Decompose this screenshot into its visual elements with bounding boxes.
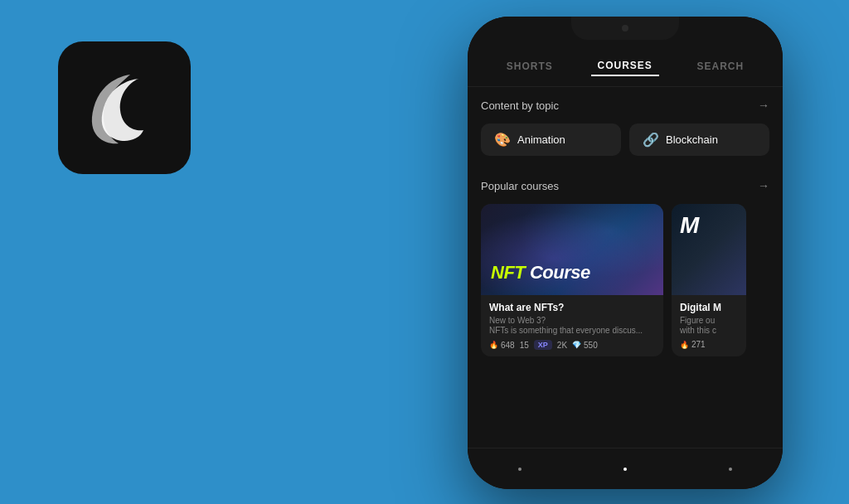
nft-course-desc1: New to Web 3? [489, 316, 655, 325]
diamond-icon: 💎 [572, 341, 581, 349]
nft-word: NFT [491, 262, 525, 283]
popular-courses-section: Popular courses → NFT Course [468, 167, 783, 365]
nav-tabs: SHORTS COURSES SEARCH [468, 50, 783, 87]
nft-course-thumbnail: NFT Course [481, 204, 663, 295]
nft-course-stats: 🔥 648 15 XP 2K [489, 340, 655, 350]
nft-stat-diamond: 💎 550 [572, 341, 598, 350]
nft-stat-xp-value: 2K [557, 341, 567, 350]
bottom-nav-profile[interactable] [729, 468, 732, 471]
screen-content: Content by topic → 🎨 Animation 🔗 Blockch… [468, 87, 783, 448]
popular-courses-header: Popular courses → [468, 167, 783, 201]
courses-row: NFT Course What are NFTs? New to Web 3? … [468, 201, 783, 365]
nft-xp-badge: XP [534, 340, 552, 350]
tab-courses[interactable]: COURSES [591, 56, 659, 76]
bottom-nav-courses-dot [623, 468, 627, 471]
second-stat-fire: 🔥 271 [680, 340, 706, 349]
app-icon [58, 41, 191, 174]
tab-shorts[interactable]: SHORTS [500, 57, 560, 75]
content-by-topic-header: Content by topic → [468, 87, 783, 120]
bottom-nav-profile-dot [729, 468, 732, 471]
second-course-thumbnail: M [672, 204, 746, 295]
bottom-nav-courses[interactable] [623, 468, 627, 471]
nft-stat-plain: 15 [520, 341, 529, 350]
second-course-card[interactable]: M Digital M Figure ou with this c 🔥 271 [672, 204, 746, 356]
second-course-desc1: Figure ou [680, 316, 738, 325]
nft-stat-fire: 🔥 648 [489, 341, 515, 350]
bottom-nav-home[interactable] [518, 468, 522, 471]
phone-screen: SHORTS COURSES SEARCH Content by topic →… [468, 17, 783, 489]
course-word: Course [525, 262, 589, 283]
animation-pill[interactable]: 🎨 Animation [481, 124, 621, 156]
nft-stat-fire-value: 648 [501, 341, 515, 350]
second-stat-fire-value: 271 [691, 340, 706, 349]
content-by-topic-title: Content by topic [481, 99, 559, 112]
popular-courses-arrow[interactable]: → [758, 179, 769, 192]
bottom-nav [468, 448, 783, 489]
nft-stat-plain-value: 15 [520, 341, 529, 350]
phone-camera [622, 25, 628, 32]
topic-pills: 🎨 Animation 🔗 Blockchain [468, 120, 783, 167]
nft-course-card[interactable]: NFT Course What are NFTs? New to Web 3? … [481, 204, 663, 356]
popular-courses-title: Popular courses [481, 180, 559, 192]
second-course-name: Digital M [680, 302, 738, 313]
nft-course-info: What are NFTs? New to Web 3? NFTs is som… [481, 295, 663, 356]
animation-label: Animation [517, 133, 565, 146]
second-fire-icon: 🔥 [680, 341, 689, 349]
phone-mockup: SHORTS COURSES SEARCH Content by topic →… [426, 17, 824, 497]
nft-course-title: NFT Course [491, 262, 590, 284]
nft-course-desc2: NFTs is something that everyone discus..… [489, 326, 655, 335]
animation-icon: 🎨 [494, 132, 511, 148]
second-course-info: Digital M Figure ou with this c 🔥 271 [672, 295, 746, 356]
blockchain-pill[interactable]: 🔗 Blockchain [629, 124, 769, 156]
fire-icon: 🔥 [489, 341, 498, 349]
nft-course-name: What are NFTs? [489, 302, 655, 313]
tab-search[interactable]: SEARCH [691, 57, 751, 75]
blockchain-label: Blockchain [666, 133, 718, 146]
second-course-stats: 🔥 271 [680, 340, 738, 349]
content-by-topic-arrow[interactable]: → [758, 99, 769, 112]
bottom-nav-home-dot [518, 468, 522, 471]
blockchain-icon: 🔗 [643, 132, 659, 148]
phone-body: SHORTS COURSES SEARCH Content by topic →… [468, 17, 783, 489]
second-course-letter: M [680, 212, 699, 239]
nft-stat-xp: 2K [557, 341, 567, 350]
second-course-desc2: with this c [680, 326, 738, 335]
nft-stat-diamond-value: 550 [584, 341, 598, 350]
